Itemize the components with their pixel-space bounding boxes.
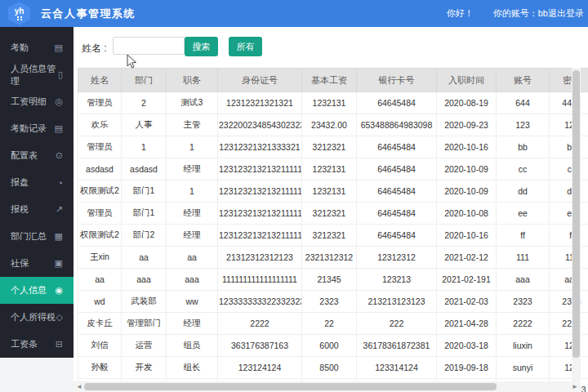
table-cell: 组员 [167, 335, 218, 357]
table-cell: 123213 [357, 269, 437, 291]
table-cell: 人事 [122, 114, 167, 136]
column-header: 身份证号 [218, 69, 302, 92]
table-cell: 232200234854302323 [218, 114, 302, 136]
main-content: 姓名 : 搜索 所有 姓名部门职务身份证号基本工资银行卡号入职时间账号密码 管理… [74, 27, 588, 392]
table-cell: 2021-04-28 [437, 313, 497, 335]
horizontal-scrollbar-thumb[interactable] [84, 383, 497, 390]
table-cell: aa [167, 247, 218, 269]
table-cell: asdasd [78, 158, 122, 180]
table-cell: 组长 [167, 357, 218, 379]
scroll-right-arrow-icon[interactable]: ► [572, 382, 578, 391]
table-cell: 权限测试2 [78, 225, 122, 247]
table-cell: wd [78, 291, 122, 313]
table-body: 管理员2测试3123123213213211232131646454842020… [78, 92, 588, 392]
table-cell: 111 [550, 247, 588, 269]
table-cell: cc [497, 158, 550, 180]
greeting-text: 你好！ [447, 7, 474, 20]
table-cell: 653488864983098 [357, 114, 437, 136]
sidebar-item[interactable]: 个人信息◉ [0, 277, 74, 304]
sidebar-item[interactable]: 报税↗ [0, 196, 74, 223]
sidebar-below-gap [0, 358, 74, 392]
horizontal-scrollbar[interactable]: ◄ ► [74, 381, 581, 392]
table-cell: 开发 [122, 357, 167, 379]
table-cell: 363176387163 [218, 335, 302, 357]
table-cell: 123314124 [357, 357, 437, 379]
sidebar-item[interactable]: 考勤▤ [0, 34, 74, 61]
employee-table: 姓名部门职务身份证号基本工资银行卡号入职时间账号密码 管理员2测试3123123… [78, 68, 588, 392]
column-header: 部门 [122, 69, 167, 92]
table-cell: 12312312 [357, 247, 437, 269]
table-cell: 123123213213211111 [218, 225, 302, 247]
table-cell: 2020-09-23 [437, 114, 497, 136]
app-title: 云合人事管理系统 [41, 7, 136, 21]
personnel-info-icon: ▯ [58, 69, 63, 80]
table-cell: liuxin [497, 335, 550, 357]
sidebar-item-label: 工资条 [11, 338, 38, 350]
table-cell: 21345 [302, 269, 357, 291]
table-cell: 64645484 [357, 158, 437, 180]
table-cell: 2021-02-191 [437, 269, 497, 291]
table-cell: asdasd [122, 158, 167, 180]
table-cell: 111111111111111111 [218, 269, 302, 291]
attendance-record-icon: ▤ [55, 123, 63, 134]
config-table-icon: ⊙ [56, 150, 63, 161]
sidebar-item-label: 人员信息管理 [11, 63, 58, 87]
vertical-scrollbar-thumb[interactable] [572, 70, 580, 358]
table-cell: 权限测试2 [78, 180, 122, 203]
table-cell: 2020-10-09 [437, 158, 497, 180]
sidebar-item[interactable]: 人员信息管理▯ [0, 61, 74, 88]
table-cell: aaa [550, 269, 588, 291]
search-button[interactable]: 搜索 [185, 37, 218, 56]
table-cell: 管理员 [78, 136, 122, 158]
table-cell: 部门1 [122, 203, 167, 225]
table-cell: 管理员 [78, 203, 122, 225]
scroll-left-arrow-icon[interactable]: ◄ [76, 382, 82, 391]
column-header: 入职时间 [437, 69, 497, 92]
table-cell: 2021-02-03 [437, 291, 497, 313]
table-row: 管理员2测试3123123213213211232131646454842020… [78, 92, 588, 114]
table-cell: aaa [167, 269, 218, 291]
search-input[interactable] [113, 37, 185, 55]
sidebar-item-label: 报税 [11, 203, 29, 216]
table-cell: 2222 [497, 313, 550, 335]
table-cell: 2020-08-19 [437, 92, 497, 114]
table-cell: bb [497, 136, 550, 158]
table-cell: aa [78, 269, 122, 291]
top-header: yh 云合人事管理系统 你好！ 你的账号：bb 退出登录 [0, 0, 588, 27]
table-cell: 2021-02-12 [437, 247, 497, 269]
table-cell: 123 [550, 114, 588, 136]
table-cell: 4444 [550, 92, 588, 114]
table-cell: ee [550, 203, 588, 225]
table-cell: 运营 [122, 335, 167, 357]
table-cell: 111 [497, 247, 550, 269]
sidebar-item[interactable]: 部门汇总▦ [0, 223, 74, 250]
vertical-scrollbar[interactable] [572, 68, 581, 383]
table-cell: 1 [122, 136, 167, 158]
table-cell: 1232131 [302, 158, 357, 180]
sidebar-item[interactable]: 工资条⊟ [0, 331, 74, 358]
table-cell: 8500 [302, 357, 357, 379]
table-cell: 2020-10-08 [437, 203, 497, 225]
table-cell: bb [550, 136, 588, 158]
sidebar-item[interactable]: 配置表⊙ [0, 142, 74, 169]
app-window: yh 云合人事管理系统 你好！ 你的账号：bb 退出登录 考勤▤人员信息管理▯工… [0, 0, 588, 392]
table-cell: 经理 [167, 158, 218, 180]
table-cell: 2222 [218, 313, 302, 335]
column-header: 账号 [497, 69, 550, 92]
table-cell: 123123213213211111 [218, 203, 302, 225]
sidebar-item[interactable]: 考勤记录▤ [0, 115, 74, 142]
table-row: 王xinaaaa21312312312123232131231212312312… [78, 247, 588, 269]
table-cell: 2020-10-16 [437, 225, 497, 247]
table-cell: 武装部 [122, 291, 167, 313]
sidebar-item[interactable]: 工资明细◎ [0, 88, 74, 115]
table-cell: 经理 [167, 225, 218, 247]
all-button[interactable]: 所有 [229, 37, 262, 56]
table-cell: 22 [302, 313, 357, 335]
table-cell: 123123213213211111 [218, 158, 302, 180]
table-cell: cc [550, 158, 588, 180]
logout-link[interactable]: 退出登录 [548, 7, 584, 20]
sidebar-item[interactable]: 社保▣ [0, 250, 74, 277]
sidebar-item[interactable]: 个人所得税◇ [0, 304, 74, 331]
table-cell: 2323 [302, 291, 357, 313]
sidebar-item[interactable]: 报盘◔ [0, 169, 74, 196]
